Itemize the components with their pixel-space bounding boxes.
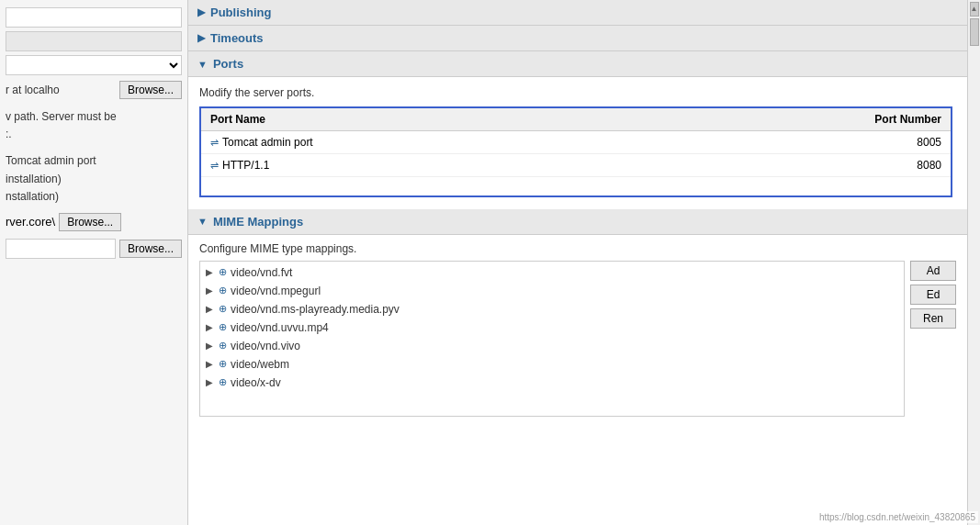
timeouts-section-header[interactable]: ▶ Timeouts [188,26,967,51]
ports-description: Modify the server ports. [199,86,956,99]
port-name-cell-2: ⇌ HTTP/1.1 [201,154,641,177]
host-input[interactable]: host [6,7,182,28]
timeouts-arrow: ▶ [197,32,205,44]
ports-content: Modify the server ports. Port Name Port … [188,77,967,209]
mime-item-label-3: video/vnd.ms-playready.media.pyv [231,303,400,316]
list-item[interactable]: ▶ ⊕ video/x-dv [200,374,904,392]
scrollbar-thumb[interactable] [970,18,979,46]
table-row-empty [201,177,951,195]
mime-add-button[interactable]: Ad [910,261,956,281]
list-item[interactable]: ▶ ⊕ video/vnd.mpegurl [200,282,904,300]
mime-item-icon-4: ⊕ [219,321,227,333]
mime-item-arrow-3: ▶ [206,304,213,314]
list-item[interactable]: ▶ ⊕ video/vnd.uvvu.mp4 [200,318,904,337]
mime-item-icon-7: ⊕ [219,376,227,388]
browse-button-1[interactable]: Browse... [119,81,182,99]
table-row[interactable]: ⇌ HTTP/1.1 8080 [201,154,951,177]
path-text-line2: :. [6,126,182,143]
col-port-number: Port Number [641,108,951,131]
install-lines: Tomcat admin port installation) nstallat… [6,152,182,206]
port-icon-2: ⇌ [210,160,219,172]
mime-item-icon-3: ⊕ [219,303,227,315]
mime-item-label-2: video/vnd.mpegurl [231,285,321,297]
mime-section-header[interactable]: ▼ MIME Mappings [188,209,967,235]
ports-arrow: ▼ [197,59,208,70]
left-panel: host r at localho Browse... v path. Serv… [0,0,188,525]
scrollbar-up-arrow[interactable]: ▲ [970,2,979,17]
browse-row-3: Browse... [6,239,182,259]
port-name-cell-1: ⇌ Tomcat admin port [201,131,641,154]
table-row[interactable]: ⇌ Tomcat admin port 8005 [201,131,951,154]
publishing-arrow: ▶ [197,6,205,18]
watermark: https://blog.csdn.net/weixin_43820865 [817,511,978,523]
mime-item-arrow-6: ▶ [206,359,213,369]
install-line-1: Tomcat admin port [6,152,182,170]
port-name-2: HTTP/1.1 [222,159,269,172]
mime-item-label-7: video/x-dv [231,376,281,389]
path-block: v path. Server must be :. [6,108,182,143]
mime-item-icon-5: ⊕ [219,340,227,352]
mime-item-label-4: video/vnd.uvvu.mp4 [231,321,329,334]
mime-edit-button[interactable]: Ed [910,285,956,305]
browse-button-2[interactable]: Browse... [59,213,121,231]
port-name-1: Tomcat admin port [222,136,313,149]
dropdown-select[interactable] [6,55,182,75]
port-table-wrapper: Port Name Port Number ⇌ Tomcat admin por… [199,106,952,197]
mime-list-inner: ▶ ⊕ video/vnd.fvt ▶ ⊕ video/vnd.mpegurl … [200,262,904,394]
browse-row-2: rver.core\ Browse... [6,213,182,231]
publishing-section-header[interactable]: ▶ Publishing [188,0,967,26]
list-item[interactable]: ▶ ⊕ video/vnd.ms-playready.media.pyv [200,300,904,318]
list-item[interactable]: ▶ ⊕ video/vnd.vivo [200,337,904,355]
mime-description: Configure MIME type mappings. [199,242,956,255]
list-item[interactable]: ▶ ⊕ video/vnd.fvt [200,263,904,282]
path-input[interactable] [6,239,116,259]
install-line-3: nstallation) [6,188,182,206]
main-scrollbar[interactable]: ▲ [967,0,980,525]
install-line-2: installation) [6,171,182,188]
path-text-line1: v path. Server must be [6,108,182,126]
mime-item-label-5: video/vnd.vivo [231,340,300,352]
timeouts-title: Timeouts [210,31,264,45]
mime-remove-button[interactable]: Ren [910,308,956,329]
mime-list-wrapper: ▶ ⊕ video/vnd.fvt ▶ ⊕ video/vnd.mpegurl … [199,261,956,417]
browse-row-1: r at localho Browse... [6,81,182,99]
port-table: Port Name Port Number ⇌ Tomcat admin por… [201,108,951,195]
browse-label-1: r at localho [6,84,116,96]
mime-item-arrow-7: ▶ [206,377,213,387]
server-core-label: rver.core\ [6,215,55,229]
list-item[interactable]: ▶ ⊕ video/webm [200,355,904,374]
main-content: ▶ Publishing ▶ Timeouts ▼ Ports Modify t… [188,0,967,525]
ports-section-header[interactable]: ▼ Ports [188,51,967,77]
mime-item-icon-6: ⊕ [219,358,227,370]
publishing-title: Publishing [210,6,271,19]
mime-item-arrow-1: ▶ [206,267,213,277]
mime-item-label-1: video/vnd.fvt [231,266,292,279]
mime-item-arrow-4: ▶ [206,322,213,332]
port-icon-1: ⇌ [210,137,219,149]
port-number-2: 8080 [641,154,951,177]
mime-item-arrow-5: ▶ [206,341,213,351]
mime-content: Configure MIME type mappings. ▶ ⊕ video/… [188,235,967,424]
mime-item-icon-1: ⊕ [219,266,227,278]
mime-item-arrow-2: ▶ [206,285,213,296]
ports-title: Ports [213,57,243,71]
mime-buttons: Ad Ed Ren [910,261,956,329]
mime-title: MIME Mappings [213,215,303,229]
col-port-name: Port Name [201,108,641,131]
mime-item-label-6: video/webm [231,358,289,371]
mime-item-icon-2: ⊕ [219,285,227,296]
port-number-1: 8005 [641,131,951,154]
mime-list[interactable]: ▶ ⊕ video/vnd.fvt ▶ ⊕ video/vnd.mpegurl … [199,261,905,417]
browse-button-3[interactable]: Browse... [119,240,182,258]
secondary-input[interactable] [6,31,182,51]
mime-arrow: ▼ [197,216,208,227]
